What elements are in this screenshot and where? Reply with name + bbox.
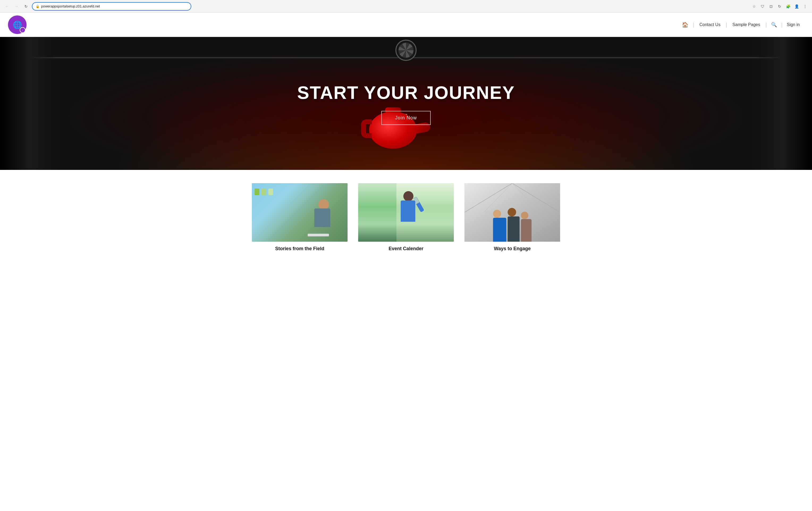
person-head <box>318 199 329 210</box>
refresh-button[interactable]: ↻ <box>22 3 30 10</box>
profile-button[interactable]: 👤 <box>793 3 800 10</box>
printer-frame-left <box>0 37 58 170</box>
hero-content: START YOUR JOURNEY Join Now <box>297 82 515 125</box>
card-image-events <box>358 183 454 242</box>
outdoor-chairs <box>255 188 273 195</box>
back-icon: ← <box>5 4 9 8</box>
chair-1 <box>255 188 259 195</box>
person-body-2 <box>401 200 415 222</box>
forward-icon: → <box>14 4 18 8</box>
person-3a <box>493 210 506 242</box>
svg-line-0 <box>464 183 512 212</box>
shield-button[interactable]: 🛡 <box>759 3 766 10</box>
lock-icon: 🔒 <box>36 4 39 8</box>
person-3c <box>521 212 532 242</box>
cast-button[interactable]: ⊡ <box>767 3 775 10</box>
forward-button[interactable]: → <box>13 3 20 10</box>
refresh-icon: ↻ <box>24 4 28 8</box>
printer-fan <box>395 39 417 61</box>
person-3a-head <box>493 210 501 218</box>
website: 🌐 ↓ 🏠 | Contact Us | Sample Pages | 🔍 | … <box>0 13 812 267</box>
card-image-engage <box>464 183 560 242</box>
url-text: powerappsportalsetup.z01.azurefd.net <box>41 4 100 8</box>
card-title-stories: Stories from the Field <box>252 246 348 251</box>
join-now-button[interactable]: Join Now <box>381 111 431 125</box>
back-button[interactable]: ← <box>3 3 11 10</box>
person-3b-body <box>508 216 520 242</box>
chair-2 <box>261 188 266 195</box>
site-logo: 🌐 ↓ <box>8 16 27 34</box>
site-header: 🌐 ↓ 🏠 | Contact Us | Sample Pages | 🔍 | … <box>0 13 812 37</box>
download-badge: ↓ <box>20 27 26 33</box>
person-body <box>314 209 330 227</box>
person-laptop <box>308 234 329 236</box>
nav-sign-in[interactable]: Sign in <box>783 22 804 27</box>
star-button[interactable]: ☆ <box>750 3 758 10</box>
person-standing <box>395 188 422 242</box>
chair-3 <box>268 188 273 195</box>
hero-banner: START YOUR JOURNEY Join Now <box>0 37 812 170</box>
card-events: Event Calender <box>358 183 454 251</box>
person-3c-body <box>521 219 532 242</box>
download-icon: ↓ <box>22 29 23 32</box>
person-3a-body <box>493 218 506 242</box>
nav-contact-us[interactable]: Contact Us <box>694 22 726 27</box>
person-sitting <box>305 194 340 242</box>
card-stories: Stories from the Field <box>252 183 348 251</box>
people-group <box>493 209 532 242</box>
person-3b <box>508 208 520 242</box>
hero-title: START YOUR JOURNEY <box>297 82 515 103</box>
address-bar[interactable]: 🔒 powerappsportalsetup.z01.azurefd.net <box>32 2 191 11</box>
card-title-engage: Ways to Engage <box>464 246 560 251</box>
browser-chrome: ← → ↻ 🔒 powerappsportalsetup.z01.azurefd… <box>0 0 812 13</box>
cards-section: Stories from the Field Event Calender <box>0 170 812 267</box>
update-button[interactable]: ↻ <box>776 3 783 10</box>
person-3c-head <box>521 212 528 219</box>
menu-button[interactable]: ⋮ <box>801 3 809 10</box>
card-image-stories <box>252 183 348 242</box>
search-icon[interactable]: 🔍 <box>767 22 781 28</box>
browser-toolbar-right: ☆ 🛡 ⊡ ↻ 🧩 👤 ⋮ <box>750 3 809 10</box>
printer-frame-right <box>754 37 812 170</box>
nav-sample-pages[interactable]: Sample Pages <box>727 22 765 27</box>
card-engage: Ways to Engage <box>464 183 560 251</box>
card-title-events: Event Calender <box>358 246 454 251</box>
extensions-button[interactable]: 🧩 <box>784 3 792 10</box>
home-nav-icon[interactable]: 🏠 <box>677 22 693 28</box>
printer-top-bar <box>0 37 812 58</box>
site-nav: 🏠 | Contact Us | Sample Pages | 🔍 | Sign… <box>677 22 804 28</box>
person-3b-head <box>508 208 516 216</box>
